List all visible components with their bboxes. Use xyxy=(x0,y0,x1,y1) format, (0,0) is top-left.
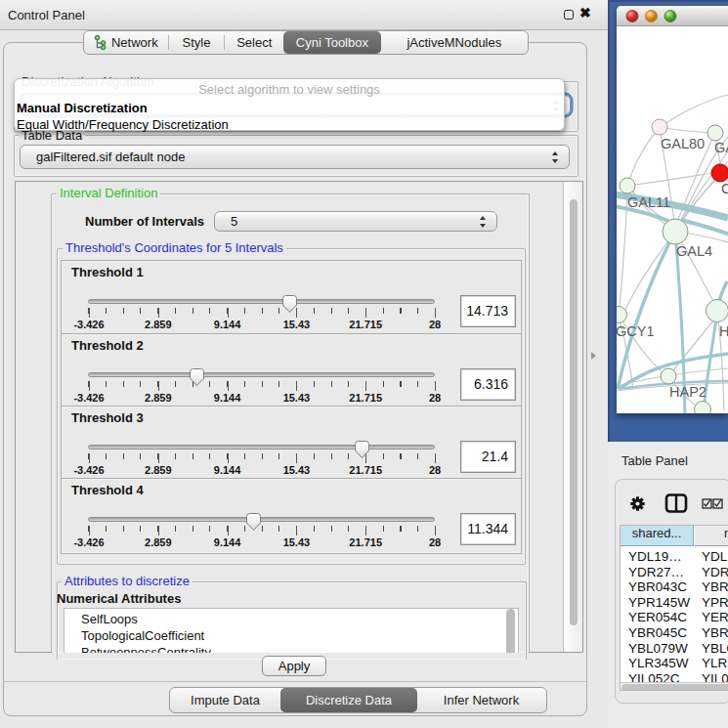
svg-text:GAL11: GAL11 xyxy=(627,194,670,210)
svg-text:H: H xyxy=(719,323,728,339)
svg-text:C: C xyxy=(721,181,728,196)
svg-text:GAL4: GAL4 xyxy=(676,243,712,259)
svg-text:GAL80: GAL80 xyxy=(661,136,705,151)
svg-text:GCY1: GCY1 xyxy=(617,323,655,339)
svg-text:GA: GA xyxy=(714,140,728,155)
svg-text:HAP2: HAP2 xyxy=(669,384,707,400)
